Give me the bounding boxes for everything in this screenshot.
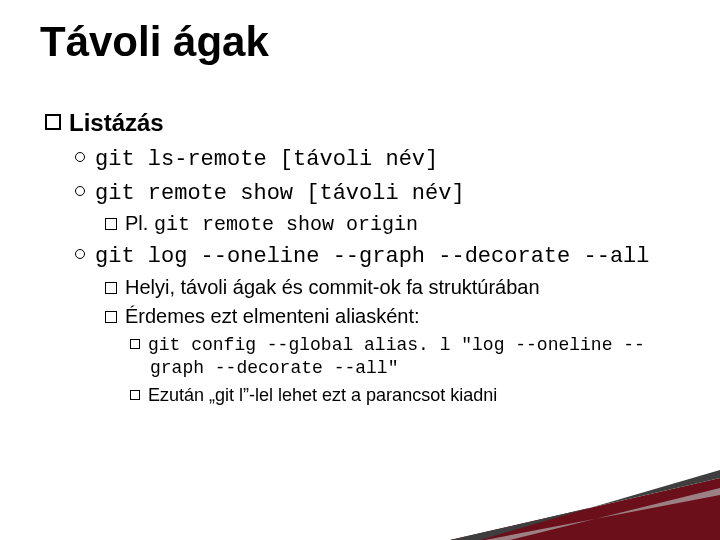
section-heading: Listázás (45, 108, 690, 138)
command-text: git remote show origin (154, 213, 418, 236)
ring-bullet-icon (75, 152, 85, 162)
list-item: Pl. git remote show origin (105, 211, 690, 237)
svg-marker-0 (450, 478, 720, 540)
body-text: Ezután „git l”-lel lehet ezt a parancsot… (148, 385, 497, 405)
list-item: git ls-remote [távoli név] (75, 144, 690, 174)
list-item: git config --global alias. l "log --onel… (130, 333, 690, 380)
svg-marker-2 (485, 488, 720, 540)
corner-decoration (450, 470, 720, 540)
square-bullet-icon (105, 218, 117, 230)
square-bullet-icon (130, 339, 140, 349)
command-text: git remote show [távoli név] (95, 181, 465, 206)
body-text: Érdemes ezt elmenteni aliasként: (125, 305, 420, 327)
list-item: Helyi, távoli ágak és commit-ok fa struk… (105, 275, 690, 300)
command-text: git ls-remote [távoli név] (95, 147, 438, 172)
ring-bullet-icon (75, 186, 85, 196)
slide-title: Távoli ágak (40, 18, 269, 66)
list-item: Érdemes ezt elmenteni aliasként: (105, 304, 690, 329)
slide: Távoli ágak Listázás git ls-remote [távo… (0, 0, 720, 540)
square-bullet-icon (105, 282, 117, 294)
list-item: git log --oneline --graph --decorate --a… (75, 241, 690, 271)
command-text: git log --oneline --graph --decorate --a… (95, 244, 650, 269)
body-text: Helyi, távoli ágak és commit-ok fa struk… (125, 276, 540, 298)
command-text: git config --global alias. l "log --onel… (148, 335, 645, 379)
section-label: Listázás (69, 109, 164, 136)
ring-bullet-icon (75, 249, 85, 259)
square-bullet-icon (45, 114, 61, 130)
square-bullet-icon (130, 390, 140, 400)
content-area: Listázás git ls-remote [távoli név] git … (45, 108, 690, 410)
square-bullet-icon (105, 311, 117, 323)
prefix-text: Pl. (125, 212, 154, 234)
list-item: git remote show [távoli név] (75, 178, 690, 208)
list-item: Ezután „git l”-lel lehet ezt a parancsot… (130, 384, 690, 407)
svg-marker-1 (450, 470, 720, 540)
